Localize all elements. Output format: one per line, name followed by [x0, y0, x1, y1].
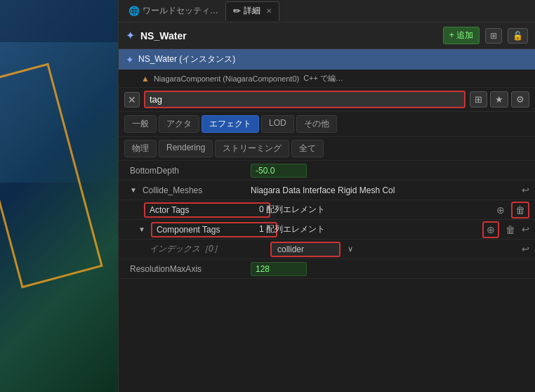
component-tags-row: ▼ Component Tags 1 配列エレメント ⊕ 🗑 ↩: [119, 220, 535, 240]
resolution-max-axis-input[interactable]: 128: [251, 262, 307, 276]
actor-tags-row: Actor Tags 0 配列エレメント ⊕ 🗑: [119, 200, 535, 220]
tab-world-settings-label: ワールドセッティ…: [143, 5, 218, 17]
collide-meshes-value: Niagara Data Interface Rigid Mesh Col ↩: [251, 185, 529, 195]
component-tags-label: Component Tags: [151, 222, 277, 237]
actor-tags-delete-button[interactable]: 🗑: [511, 202, 529, 218]
collide-meshes-label-text: Collide_Meshes: [143, 185, 202, 195]
component-label: NiagaraComponent (NiagaraComponent0): [154, 74, 299, 83]
viewport-decoration: [0, 63, 103, 289]
tab-world-settings[interactable]: 🌐 ワールドセッティ…: [121, 1, 225, 21]
instance-bar[interactable]: ✦ NS_Water (インスタンス): [119, 49, 535, 70]
tab-details[interactable]: ✏ 詳細 ✕: [225, 1, 279, 21]
component-icon: ▲: [141, 74, 150, 84]
bottom-depth-label: BottomDepth: [124, 166, 251, 176]
actor-tags-value: 0 配列エレメント ⊕ 🗑: [259, 202, 529, 218]
layout-button[interactable]: ⊞: [485, 28, 502, 44]
index0-input[interactable]: collider: [270, 242, 341, 257]
category-tabs-row2: 物理 Rendering ストリーミング 全て: [119, 137, 535, 161]
tab-bar: 🌐 ワールドセッティ… ✏ 詳細 ✕: [119, 0, 535, 22]
actor-tags-count: 0 配列エレメント: [259, 204, 325, 216]
collide-meshes-value-text: Niagara Data Interface Rigid Mesh Col: [251, 185, 395, 195]
details-panel: 🌐 ワールドセッティ… ✏ 詳細 ✕ ✦ NS_Water + 追加 ⊞ 🔓 ✦…: [118, 0, 535, 392]
search-actions: ⊞ ★ ⚙: [470, 91, 529, 107]
bottom-depth-input[interactable]: -50.0: [251, 164, 307, 178]
cat-tab-streaming[interactable]: ストリーミング: [215, 140, 289, 157]
component-tags-reset-button[interactable]: ↩: [522, 224, 529, 235]
index0-value: collider ∨ ↩: [270, 242, 529, 257]
world-settings-icon: 🌐: [128, 6, 140, 16]
category-tabs-row1: 一般 アクタ エフェクト LOD その他: [119, 112, 535, 137]
index0-label: インデックス［0］: [144, 243, 270, 255]
index0-reset-button[interactable]: ↩: [522, 244, 529, 254]
object-header: ✦ NS_Water + 追加 ⊞ 🔓: [119, 22, 535, 49]
cat-tab-lod[interactable]: LOD: [261, 115, 294, 133]
collide-meshes-label: ▼ Collide_Meshes: [124, 185, 251, 195]
resolution-max-axis-row: ResolutionMaxAxis 128: [119, 259, 535, 279]
component-tags-value: 1 配列エレメント ⊕ 🗑 ↩: [259, 221, 529, 238]
cat-tab-general[interactable]: 一般: [124, 115, 157, 133]
search-input-wrapper: [144, 91, 465, 108]
search-star-button[interactable]: ★: [490, 91, 508, 107]
search-grid-button[interactable]: ⊞: [470, 91, 487, 107]
index0-dropdown[interactable]: ∨: [345, 244, 356, 254]
add-button[interactable]: + 追加: [443, 27, 480, 44]
actor-tags-add-button[interactable]: ⊕: [494, 203, 507, 217]
collide-meshes-row: ▼ Collide_Meshes Niagara Data Interface …: [119, 181, 535, 200]
lock-button[interactable]: 🔓: [508, 28, 528, 44]
index0-row: インデックス［0］ collider ∨ ↩: [119, 240, 535, 259]
component-tags-count: 1 配列エレメント: [259, 223, 325, 235]
object-header-icon: ✦: [126, 29, 135, 42]
tab-close-button[interactable]: ✕: [266, 7, 272, 15]
collide-meshes-arrow: ▼: [130, 186, 137, 194]
component-tags-add-button[interactable]: ⊕: [482, 221, 499, 238]
properties-area: BottomDepth -50.0 ▼ Collide_Meshes Niaga…: [119, 161, 535, 392]
collide-meshes-reset-button[interactable]: ↩: [522, 185, 529, 195]
cat-tab-all[interactable]: 全て: [291, 140, 324, 157]
cat-tab-other[interactable]: その他: [296, 115, 337, 133]
cat-tab-actor[interactable]: アクタ: [159, 115, 199, 133]
resolution-max-axis-value: 128: [251, 262, 529, 276]
cat-tab-physics[interactable]: 物理: [124, 140, 157, 157]
object-header-title: NS_Water: [140, 30, 437, 41]
component-tags-arrow: ▼: [138, 226, 145, 233]
search-input[interactable]: [150, 94, 460, 105]
instance-icon: ✦: [126, 54, 134, 65]
bottom-depth-value: -50.0: [251, 164, 529, 178]
component-tags-delete-button[interactable]: 🗑: [503, 223, 517, 237]
component-bar: ▲ NiagaraComponent (NiagaraComponent0) C…: [119, 70, 535, 88]
bottom-depth-row: BottomDepth -50.0: [119, 161, 535, 181]
component-suffix: C++ で編…: [303, 73, 343, 84]
resolution-max-axis-label: ResolutionMaxAxis: [124, 264, 251, 274]
actor-tags-label-wrapper: Actor Tags: [133, 202, 259, 218]
details-icon: ✏: [233, 6, 241, 16]
search-settings-button[interactable]: ⚙: [511, 91, 529, 107]
cat-tab-effect[interactable]: エフェクト: [202, 115, 259, 133]
actor-tags-label: Actor Tags: [144, 202, 270, 218]
viewport-panel: [0, 0, 118, 392]
search-bar: ✕ ⊞ ★ ⚙: [119, 88, 535, 112]
component-tags-label-wrapper: ▼ Component Tags: [133, 222, 259, 237]
instance-label: NS_Water (インスタンス): [138, 53, 235, 65]
tab-details-label: 詳細: [244, 5, 260, 17]
search-clear-button[interactable]: ✕: [124, 92, 140, 107]
cat-tab-rendering[interactable]: Rendering: [159, 140, 213, 157]
